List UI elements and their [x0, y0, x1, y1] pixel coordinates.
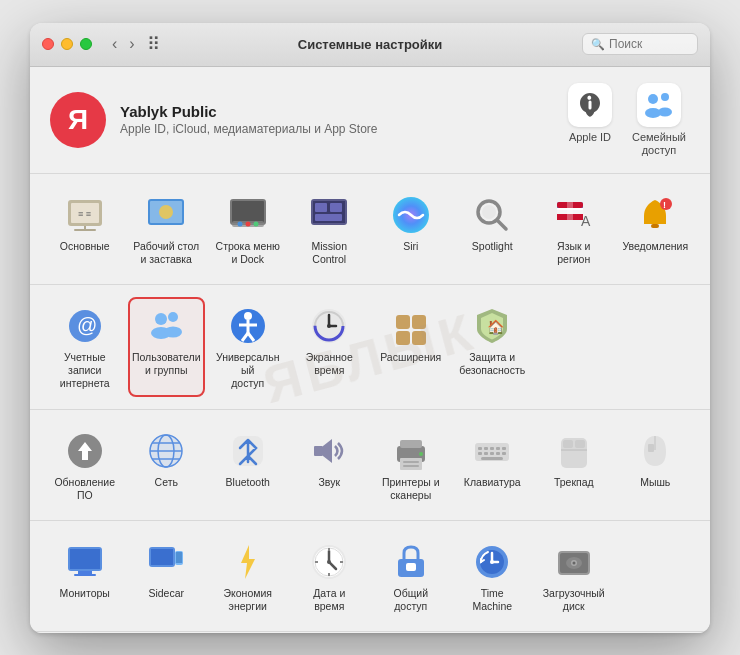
datetime-label: Дата ивремя: [313, 587, 345, 613]
item-universal[interactable]: Универсальныйдоступ: [209, 297, 287, 396]
item-mouse[interactable]: Мышь: [617, 422, 695, 508]
apple-id-action[interactable]: Apple ID: [568, 83, 612, 157]
item-internet[interactable]: @ Учетные записиинтернета: [46, 297, 124, 396]
family-action[interactable]: Семейныйдоступ: [632, 83, 686, 157]
keyboard-label: Клавиатура: [464, 476, 521, 489]
language-icon: A: [553, 194, 595, 236]
svg-rect-79: [490, 447, 494, 450]
svg-rect-97: [74, 574, 96, 576]
svg-rect-78: [484, 447, 488, 450]
item-datetime[interactable]: Дата ивремя: [291, 533, 369, 619]
svg-point-2: [661, 93, 669, 101]
item-extensions[interactable]: Расширения: [372, 297, 450, 396]
item-energy[interactable]: Экономияэнергии: [209, 533, 287, 619]
item-network[interactable]: Сеть: [128, 422, 206, 508]
item-security[interactable]: 🏠 Защита ибезопасность: [454, 297, 532, 396]
bluetooth-icon: [227, 430, 269, 472]
notifications-icon: !: [634, 194, 676, 236]
grid-view-button[interactable]: ⠿: [147, 33, 160, 55]
sound-icon: [308, 430, 350, 472]
svg-text:A: A: [581, 213, 591, 229]
mouse-label: Мышь: [640, 476, 670, 489]
item-monitors[interactable]: Мониторы: [46, 533, 124, 619]
datetime-icon: [308, 541, 350, 583]
extensions-icon: [390, 305, 432, 347]
energy-label: Экономияэнергии: [223, 587, 272, 613]
svg-rect-81: [502, 447, 506, 450]
forward-button[interactable]: ›: [125, 34, 138, 54]
spotlight-icon: [471, 194, 513, 236]
profile-actions: Apple ID Семейныйдоступ: [568, 83, 686, 157]
svg-rect-96: [78, 571, 92, 574]
energy-icon: [227, 541, 269, 583]
svg-rect-15: [232, 201, 264, 223]
item-timemachine[interactable]: TimeMachine: [454, 533, 532, 619]
svg-rect-34: [567, 202, 573, 220]
item-desktop[interactable]: Рабочий столи заставка: [128, 186, 206, 272]
maximize-button[interactable]: [80, 38, 92, 50]
svg-point-18: [245, 221, 250, 226]
search-input[interactable]: [609, 37, 689, 51]
softwareupdate-label: ОбновлениеПО: [54, 476, 115, 502]
screentime-label: Экранноевремя: [306, 351, 353, 377]
close-button[interactable]: [42, 38, 54, 50]
section-5: FUSE FUSE: [30, 632, 710, 633]
traffic-lights: [42, 38, 92, 50]
svg-point-45: [164, 327, 182, 338]
item-screentime[interactable]: Экранноевремя: [291, 297, 369, 396]
svg-rect-82: [478, 452, 482, 455]
profile-section: Я Yablyk Public Apple ID, iCloud, медиам…: [30, 67, 710, 174]
item-sound[interactable]: Звук: [291, 422, 369, 508]
item-sharing[interactable]: Общийдоступ: [372, 533, 450, 619]
svg-point-105: [327, 560, 331, 564]
item-dock[interactable]: Строка менюи Dock: [209, 186, 287, 272]
svg-rect-74: [403, 465, 419, 467]
network-icon: [145, 430, 187, 472]
item-spotlight[interactable]: Spotlight: [454, 186, 532, 272]
item-users[interactable]: Пользователии группы: [128, 297, 206, 396]
item-language[interactable]: A Язык ирегион: [535, 186, 613, 272]
softwareupdate-icon: [64, 430, 106, 472]
svg-point-38: [660, 198, 672, 210]
startup-label: Загрузочныйдиск: [543, 587, 605, 613]
search-box[interactable]: 🔍: [582, 33, 698, 55]
svg-rect-71: [400, 440, 422, 448]
profile-subtitle: Apple ID, iCloud, медиаматериалы и App S…: [120, 122, 554, 136]
screentime-icon: [308, 305, 350, 347]
item-mission[interactable]: MissionControl: [291, 186, 369, 272]
content-area: Я Yablyk Public Apple ID, iCloud, медиам…: [30, 67, 710, 633]
svg-rect-73: [403, 461, 419, 463]
svg-rect-77: [478, 447, 482, 450]
sound-label: Звук: [318, 476, 340, 489]
svg-rect-86: [502, 452, 506, 455]
svg-point-42: [155, 313, 167, 325]
item-keyboard[interactable]: Клавиатура: [454, 422, 532, 508]
item-bluetooth[interactable]: Bluetooth: [209, 422, 287, 508]
item-printers[interactable]: Принтеры исканеры: [372, 422, 450, 508]
sharing-label: Общийдоступ: [393, 587, 428, 613]
keyboard-icon: [471, 430, 513, 472]
minimize-button[interactable]: [61, 38, 73, 50]
item-trackpad[interactable]: Трекпад: [535, 422, 613, 508]
svg-rect-22: [315, 203, 327, 212]
dock-icon: [227, 194, 269, 236]
item-sidecar[interactable]: Sidecar: [128, 533, 206, 619]
svg-rect-23: [330, 203, 342, 212]
universal-label: Универсальныйдоступ: [213, 351, 283, 390]
timemachine-label: TimeMachine: [472, 587, 512, 613]
item-notifications[interactable]: ! Уведомления: [617, 186, 695, 272]
security-icon: 🏠: [471, 305, 513, 347]
back-button[interactable]: ‹: [108, 34, 121, 54]
trackpad-icon: [553, 430, 595, 472]
family-label: Семейныйдоступ: [632, 131, 686, 157]
item-startup[interactable]: Загрузочныйдиск: [535, 533, 613, 619]
item-softwareupdate[interactable]: ОбновлениеПО: [46, 422, 124, 508]
item-siri[interactable]: Siri: [372, 186, 450, 272]
svg-rect-84: [490, 452, 494, 455]
item-general[interactable]: ≡ ≡ Основные: [46, 186, 124, 272]
profile-name: Yablyk Public: [120, 103, 554, 120]
svg-point-19: [253, 221, 258, 226]
siri-label: Siri: [403, 240, 418, 253]
search-icon: 🔍: [591, 38, 605, 51]
svg-point-75: [419, 452, 423, 456]
